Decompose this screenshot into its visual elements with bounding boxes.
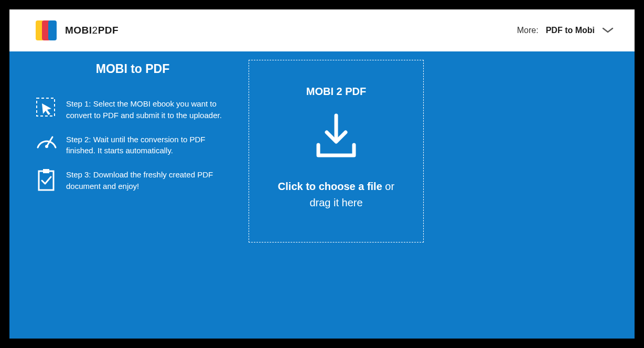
page-title: MOBI to PDF — [30, 62, 235, 76]
more-link[interactable]: PDF to Mobi — [546, 26, 595, 35]
dropzone-text: Click to choose a file or drag it here — [264, 178, 408, 211]
more-label: More: — [517, 26, 539, 35]
step-1: Step 1: Select the MOBI ebook you want t… — [36, 97, 235, 121]
main-area: MOBI to PDF Step 1: Select the MOBI eboo… — [9, 51, 635, 339]
step-2-text: Step 2: Wait until the conversion to PDF… — [66, 133, 235, 157]
file-dropzone[interactable]: MOBI 2 PDF Click to choose a file or dra… — [249, 60, 424, 242]
logo-icon — [35, 20, 60, 40]
header-right: More: PDF to Mobi — [517, 26, 614, 35]
clipboard-check-icon — [36, 168, 58, 192]
svg-point-2 — [45, 145, 48, 148]
step-2: Step 2: Wait until the conversion to PDF… — [36, 133, 235, 157]
gauge-icon — [36, 133, 58, 151]
svg-rect-3 — [39, 171, 53, 190]
cursor-select-icon — [36, 97, 58, 119]
logo-text: MOBI2PDF — [65, 25, 119, 36]
logo-area[interactable]: MOBI2PDF — [35, 20, 119, 40]
step-3-text: Step 3: Download the freshly created PDF… — [66, 168, 235, 192]
svg-rect-4 — [43, 169, 49, 173]
download-icon — [311, 112, 361, 161]
step-3: Step 3: Download the freshly created PDF… — [36, 168, 235, 192]
step-1-text: Step 1: Select the MOBI ebook you want t… — [66, 97, 235, 121]
dropzone-title: MOBI 2 PDF — [306, 86, 366, 98]
header: MOBI2PDF More: PDF to Mobi — [9, 9, 635, 51]
instructions-panel: MOBI to PDF Step 1: Select the MOBI eboo… — [9, 62, 240, 339]
chevron-down-icon[interactable] — [602, 27, 614, 34]
